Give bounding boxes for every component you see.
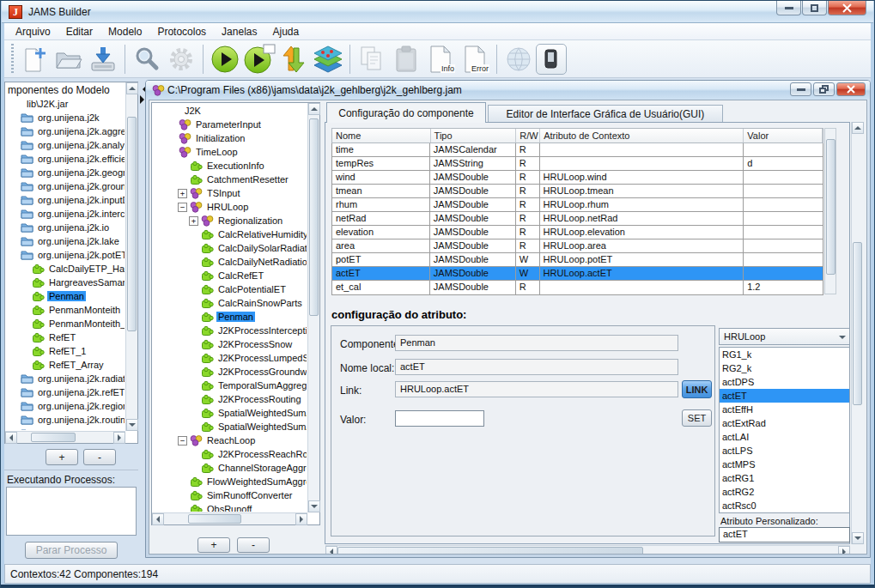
tree-item-penman[interactable]: Penman: [153, 310, 307, 324]
tree-item-j2kprocessreachrouti[interactable]: J2KProcessReachRouti: [153, 447, 307, 461]
tree-item-tsinput[interactable]: +TSInput: [153, 186, 307, 200]
tree-item-calcdailyetp-hau[interactable]: CalcDailyETP_Hau: [6, 262, 125, 276]
table-row-tempRes[interactable]: tempResJAMSStringRd: [332, 157, 823, 171]
frame-close-button[interactable]: [836, 82, 866, 96]
table-row-actET[interactable]: actETJAMSDoubleWHRULoop.actET: [332, 267, 823, 281]
tree-expander-plus-icon[interactable]: +: [189, 216, 198, 226]
table-row-elevation[interactable]: elevationJAMSDoubleRHRULoop.elevation: [332, 226, 823, 239]
tree-item-calcdailynetradiation[interactable]: CalcDailyNetRadiation: [153, 255, 307, 269]
table-row-et_cal[interactable]: et_calJAMSDoubleR1.2: [332, 281, 823, 294]
tree-item-j2kprocesslumpedsoilw[interactable]: J2KProcessLumpedSoilW: [153, 351, 307, 365]
tree-item-timeloop[interactable]: TimeLoop: [153, 145, 307, 159]
attribute-list-item-actmps[interactable]: actMPS: [720, 458, 849, 471]
tree-item-refet[interactable]: RefET: [6, 330, 125, 344]
scroll-up-button[interactable]: [126, 82, 138, 94]
scroll-left-button[interactable]: [325, 546, 337, 555]
attribute-list-item-actrg2[interactable]: actRG2: [720, 485, 849, 499]
scroll-down-button[interactable]: [308, 500, 320, 512]
new-model-button[interactable]: [17, 42, 52, 76]
internal-frame-title-bar[interactable]: C:\Program Files (x86)\jams\data\j2k_geh…: [146, 81, 870, 100]
scroll-left-button[interactable]: [5, 432, 17, 444]
panel-horizontal-scrollbar[interactable]: [325, 545, 850, 555]
tree-item-org-unijena-j2k-geogr[interactable]: org.unijena.j2k.geogr: [6, 166, 125, 179]
model-tree-add-button[interactable]: +: [197, 537, 230, 553]
menu-ajuda[interactable]: Ajuda: [264, 24, 307, 39]
scroll-right-button[interactable]: [838, 546, 850, 555]
scrollbar-thumb[interactable]: [188, 514, 241, 524]
table-row-potET[interactable]: potETJAMSDoubleWHRULoop.potET: [332, 253, 823, 267]
tree-item-org-unijena-j2k-refet[interactable]: org.unijena.j2k.refET: [6, 385, 125, 399]
custom-attribute-input[interactable]: actET: [719, 527, 850, 543]
info-log-button[interactable]: Info: [423, 42, 458, 76]
frame-restore-button[interactable]: [813, 82, 835, 96]
column-header-tipo[interactable]: Tipo: [431, 129, 517, 142]
paste-button[interactable]: [389, 42, 423, 76]
stop-process-button[interactable]: Parar Processo: [25, 542, 118, 559]
running-processes-list[interactable]: [6, 487, 137, 536]
title-bar[interactable]: J JAMS Builder: [2, 1, 873, 23]
table-vertical-scrollbar[interactable]: [824, 128, 836, 294]
tree-item-hruloop[interactable]: −HRULoop: [153, 200, 307, 214]
tree-item-obsrunoff[interactable]: ObsRunoff: [153, 502, 307, 512]
menu-protocolos[interactable]: Protocolos: [149, 24, 214, 39]
tree-item-org-unijena-j2k-analys[interactable]: org.unijena.j2k.analys: [6, 138, 125, 152]
tree-item-j2kprocessrouting[interactable]: J2KProcessRouting: [153, 392, 307, 406]
tree-item-org-unijena-j2k-groun[interactable]: org.unijena.j2k.groun: [6, 179, 125, 193]
tree-item-calcpotentialet[interactable]: CalcPotentialET: [153, 282, 307, 296]
scrollbar-thumb[interactable]: [309, 118, 319, 316]
run-model-gui-button[interactable]: [242, 42, 276, 76]
model-tree-vertical-scrollbar[interactable]: [307, 103, 319, 512]
tree-item-penmanmonteith-[interactable]: PenmanMonteith_: [6, 317, 125, 330]
tree-item-org-unijena-j2k-inputd[interactable]: org.unijena.j2k.inputD: [6, 193, 125, 207]
minimize-button[interactable]: [776, 1, 801, 15]
scrollbar-thumb[interactable]: [853, 242, 862, 405]
link-button[interactable]: LINK: [682, 380, 712, 398]
table-row-area[interactable]: areaJAMSDoubleRHRULoop.area: [332, 239, 823, 253]
tree-item-refet-array[interactable]: RefET_Array: [6, 358, 125, 372]
scrollbar-thumb[interactable]: [337, 547, 643, 555]
tree-item-hargreavessamar[interactable]: HargreavesSamar: [6, 276, 125, 289]
component-field[interactable]: Penman: [395, 335, 678, 351]
tree-item-j2kprocessinterception[interactable]: J2KProcessInterception: [153, 324, 307, 337]
tree-item-j2kprocessgroundwate[interactable]: J2KProcessGroundwate: [153, 365, 307, 379]
tree-item-penmanmonteith[interactable]: PenmanMonteith: [6, 303, 125, 317]
menu-editar[interactable]: Editar: [58, 24, 100, 39]
tree-item-org-unijena-j2k-potet[interactable]: org.unijena.j2k.potET: [6, 248, 125, 262]
tree-item-calcrelativehumidity[interactable]: CalcRelativeHumidity: [153, 227, 307, 241]
column-header-atributo-de-contexto[interactable]: Atributo de Contexto: [540, 129, 744, 142]
tree-item-parameterinput[interactable]: ParameterInput: [153, 118, 307, 131]
scroll-up-button[interactable]: [852, 122, 864, 134]
library-remove-button[interactable]: -: [83, 449, 116, 465]
tree-item-executioninfo[interactable]: ExecutionInfo: [153, 159, 307, 173]
close-button[interactable]: [828, 1, 866, 15]
device-button[interactable]: [536, 44, 567, 75]
menu-arquivo[interactable]: Arquivo: [8, 24, 58, 39]
save-model-button[interactable]: [86, 42, 120, 76]
link-field[interactable]: HRULoop.actET: [395, 381, 678, 397]
scroll-down-button[interactable]: [126, 419, 138, 431]
tree-item-org-unijena-j2k-io[interactable]: org.unijena.j2k.io: [6, 221, 125, 234]
library-vertical-scrollbar[interactable]: [125, 82, 137, 431]
scrollbar-thumb[interactable]: [826, 139, 836, 275]
scroll-left-button[interactable]: [152, 513, 164, 525]
scroll-up-button[interactable]: [308, 103, 320, 115]
set-button[interactable]: SET: [682, 409, 712, 427]
tree-item-spatialweightedsumag[interactable]: SpatialWeightedSumAg: [153, 420, 307, 433]
tree-item-org-unijena-j2k-lake[interactable]: org.unijena.j2k.lake: [6, 234, 125, 248]
table-row-netRad[interactable]: netRadJAMSDoubleRHRULoop.netRad: [332, 212, 823, 226]
tab-gui-editor[interactable]: Editor de Interface Gráfica de Usuário(G…: [488, 105, 723, 123]
tree-item-initialization[interactable]: Initialization: [153, 131, 307, 145]
tree-item-channelstorageaggreg[interactable]: ChannelStorageAggreg: [153, 461, 307, 475]
column-header-r-w[interactable]: R/W: [516, 129, 540, 142]
attribute-list-item-actextrad[interactable]: actExtRad: [720, 416, 849, 430]
tree-item-calcrainsnowparts[interactable]: CalcRainSnowParts: [153, 296, 307, 310]
tree-item-org-unijena-j2k-interc[interactable]: org.unijena.j2k.interc: [6, 207, 125, 221]
tree-item-regionalization[interactable]: +Regionalization: [153, 214, 307, 227]
tree-item-org-unijena-j2k-regior[interactable]: org.unijena.j2k.regior: [6, 399, 125, 413]
panel-vertical-scrollbar[interactable]: [851, 122, 864, 544]
toolbar-drag-handle[interactable]: [11, 44, 14, 75]
maximize-button[interactable]: [802, 1, 827, 15]
tree-item-calcdailysolarradiation[interactable]: CalcDailySolarRadiation: [153, 241, 307, 255]
attribute-list-item-actlai[interactable]: actLAI: [720, 430, 849, 444]
attribute-list-item-actdps[interactable]: actDPS: [720, 375, 849, 389]
